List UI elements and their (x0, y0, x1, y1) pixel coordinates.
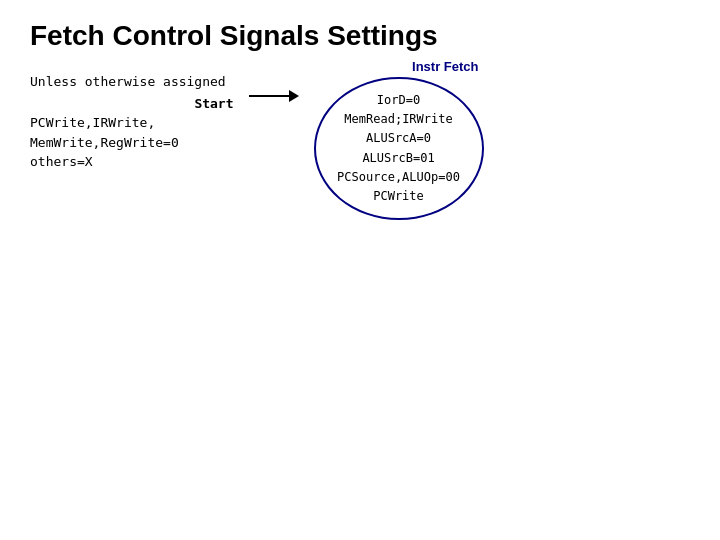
arrow-head (289, 90, 299, 102)
signal-line-1: PCWrite,IRWrite, (30, 113, 234, 133)
signal-line-3: others=X (30, 152, 234, 172)
unless-text: Unless otherwise assigned (30, 74, 226, 89)
content-area: Unless otherwise assigned Start PCWrite,… (30, 72, 690, 220)
state-label: Instr Fetch (412, 59, 478, 74)
page-title: Fetch Control Signals Settings (30, 20, 690, 52)
state-line-5: PCWrite (373, 187, 424, 206)
signal-line-2: MemWrite,RegWrite=0 (30, 133, 234, 153)
state-line-4: PCSource,ALUOp=00 (337, 168, 460, 187)
arrow-line (249, 95, 289, 97)
state-line-3: ALUSrcB=01 (362, 149, 434, 168)
right-panel: Instr Fetch IorD=0 MemRead;IRWrite ALUSr… (314, 77, 484, 220)
state-oval: IorD=0 MemRead;IRWrite ALUSrcA=0 ALUSrcB… (314, 77, 484, 220)
start-label: Start (194, 96, 233, 111)
state-line-2: ALUSrcA=0 (366, 129, 431, 148)
start-line: Start (30, 94, 234, 114)
left-panel: Unless otherwise assigned Start PCWrite,… (30, 72, 234, 172)
unless-line: Unless otherwise assigned (30, 72, 234, 92)
arrow (249, 90, 299, 102)
state-line-1: MemRead;IRWrite (344, 110, 452, 129)
page: Fetch Control Signals Settings Unless ot… (0, 0, 720, 540)
state-line-0: IorD=0 (377, 91, 420, 110)
arrow-container (249, 90, 299, 102)
